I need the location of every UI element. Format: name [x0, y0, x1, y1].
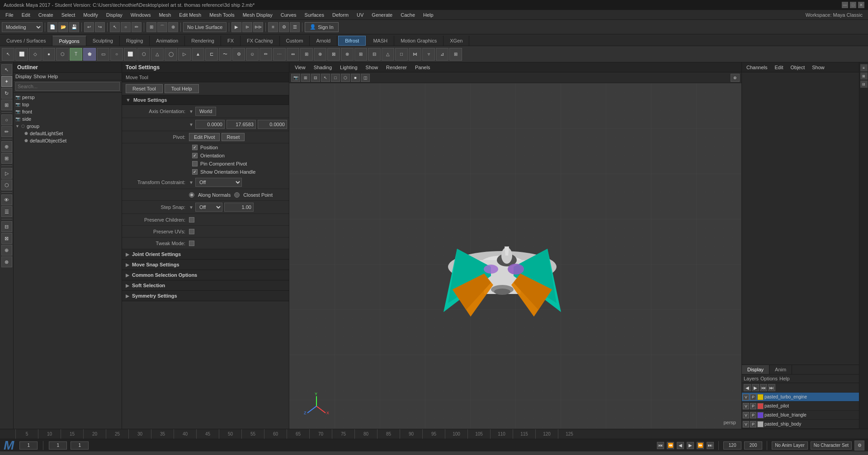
save-scene-btn[interactable]: 💾 [69, 22, 79, 32]
skip-to-end-btn[interactable]: ⏭ [707, 442, 714, 449]
shelf-gear-icon[interactable]: ⚙ [232, 48, 245, 61]
layer-row-blue-triangle[interactable]: V P pasted_blue_triangle [742, 411, 859, 420]
shelf-smooth-icon[interactable]: ⋈ [409, 48, 421, 61]
tab-xgen[interactable]: XGen [443, 36, 469, 46]
layer-row-ship-body[interactable]: V P pasted_ship_body [742, 420, 859, 429]
shelf-box-select-icon[interactable]: ⬜ [15, 48, 28, 61]
extra-btn3[interactable]: ⊕ [1, 245, 12, 256]
shelf-bridge-icon[interactable]: ⊠ [327, 48, 340, 61]
vp-display-btn[interactable]: ⊕ [731, 74, 740, 82]
paint-select-btn[interactable]: ✏ [132, 22, 142, 32]
snap-grid-btn[interactable]: ⊞ [146, 22, 156, 32]
menu-edit[interactable]: Edit [18, 11, 34, 19]
tab-custom[interactable]: Custom [280, 36, 310, 46]
outliner-item-default-object-set[interactable]: ⬟ defaultObjectSet [14, 137, 122, 144]
vp-grid-btn[interactable]: ⊟ [311, 74, 320, 82]
ch-menu-object[interactable]: Object [788, 65, 807, 70]
ch-menu-edit[interactable]: Edit [772, 65, 786, 70]
sign-in-button[interactable]: 👤 Sign In [305, 22, 338, 32]
shelf-cone-icon[interactable]: △ [151, 48, 164, 61]
tab-animation[interactable]: Animation [150, 36, 185, 46]
undo-btn[interactable]: ↩ [84, 22, 94, 32]
vp-smooth-btn[interactable]: ⬡ [341, 74, 350, 82]
shelf-brush-icon[interactable]: ⋯ [273, 48, 286, 61]
outliner-item-default-light-set[interactable]: ⬟ defaultLightSet [14, 130, 122, 137]
layer-p-pilot[interactable]: P [750, 403, 756, 409]
shelf-extrude-icon[interactable]: ⊞ [300, 48, 313, 61]
shelf-pipe-icon[interactable]: ⊏ [205, 48, 218, 61]
move-tool-btn[interactable]: ✦ [1, 76, 12, 87]
shelf-pencil-icon[interactable]: ✏ [259, 48, 272, 61]
soft-selection-section[interactable]: ▶ Soft Selection [122, 280, 289, 291]
menu-cache[interactable]: Cache [397, 11, 419, 19]
extra-btn4[interactable]: ⊗ [1, 256, 12, 267]
frame-start-input[interactable] [49, 441, 67, 450]
render-btn[interactable]: ▶ [231, 22, 241, 32]
select-tool-btn[interactable]: ↖ [1, 64, 12, 75]
batch-render-btn[interactable]: ⊳⊳ [253, 22, 263, 32]
shelf-polygon-icon[interactable]: ⬡ [56, 48, 69, 61]
symmetry-settings-section[interactable]: ▶ Symmetry Settings [122, 291, 289, 301]
right-edge-btn2[interactable]: ⊞ [860, 72, 868, 80]
ch-menu-show[interactable]: Show [809, 65, 827, 70]
layer-v-ship-body[interactable]: V [743, 421, 749, 427]
vp-menu-show[interactable]: Show [362, 64, 382, 71]
vp-camera-btn[interactable]: 📷 [291, 74, 300, 82]
show-hide-btn[interactable]: 👁 [1, 194, 12, 205]
ch-opt-layers[interactable]: Layers [744, 376, 759, 381]
outliner-menu-display[interactable]: Display [15, 74, 32, 79]
layer-nav-fwd-btn[interactable]: ▶ [752, 384, 759, 391]
along-normals-radio[interactable] [189, 192, 194, 198]
shelf-boolean-icon[interactable]: ⊗ [341, 48, 354, 61]
orientation-checkbox[interactable]: ✓ [192, 153, 198, 158]
move-snap-settings-section[interactable]: ▶ Move Snap Settings [122, 260, 289, 270]
menu-help[interactable]: Help [420, 11, 437, 19]
step-snap-value-input[interactable] [224, 203, 254, 212]
menu-mesh[interactable]: Mesh [155, 11, 175, 19]
redo-btn[interactable]: ↪ [95, 22, 105, 32]
play-fwd-btn[interactable]: ▶ [687, 442, 694, 449]
menu-uv[interactable]: UV [353, 11, 367, 19]
modeling-dropdown[interactable]: Modeling [2, 22, 42, 32]
menu-deform[interactable]: Deform [329, 11, 352, 19]
current-frame-input[interactable] [19, 441, 38, 450]
outliner-item-front[interactable]: 📷 front [14, 108, 122, 115]
vp-select-btn[interactable]: ↖ [321, 74, 330, 82]
shelf-uv-layout-icon[interactable]: ⊞ [449, 48, 462, 61]
layer-btn[interactable]: ☰ [1, 206, 12, 217]
frame-sub-input[interactable] [71, 441, 89, 450]
layer-p-blue-triangle[interactable]: P [750, 412, 756, 418]
shelf-sphere-icon[interactable]: ○ [110, 48, 123, 61]
extra-btn1[interactable]: ⊟ [1, 221, 12, 232]
layer-v-pilot[interactable]: V [743, 403, 749, 409]
outliner-item-side[interactable]: 📷 side [14, 115, 122, 123]
shelf-plane-icon[interactable]: ▭ [97, 48, 109, 61]
shelf-bevel-icon[interactable]: ⊕ [314, 48, 326, 61]
layer-nav-back-btn[interactable]: ◀ [744, 384, 751, 391]
vp-menu-lighting[interactable]: Lighting [336, 64, 361, 71]
tab-fx[interactable]: FX [221, 36, 241, 46]
shelf-text-icon[interactable]: T [70, 48, 82, 61]
tab-polygons[interactable]: Polygons [52, 36, 86, 46]
tab-bifrost[interactable]: Bifrost [338, 36, 366, 46]
menu-create[interactable]: Create [35, 11, 57, 19]
snap-obj-btn[interactable]: ⊕ [1, 141, 12, 152]
minimize-button[interactable]: — [842, 2, 848, 8]
menu-modify[interactable]: Modify [80, 11, 101, 19]
tweak-mode-checkbox[interactable] [189, 241, 194, 246]
shelf-face-icon[interactable]: ☺ [246, 48, 259, 61]
menu-generate[interactable]: Generate [368, 11, 396, 19]
snap-point-btn[interactable]: ⊕ [168, 22, 178, 32]
tab-arnold[interactable]: Arnold [310, 36, 337, 46]
shelf-combine-icon[interactable]: ⊞ [354, 48, 367, 61]
right-edge-btn3[interactable]: ⊟ [860, 81, 868, 88]
render-seq-btn[interactable]: ⊳ [242, 22, 252, 32]
outliner-item-group[interactable]: ▼ ⬡ group [14, 123, 122, 130]
shelf-select-icon[interactable]: ↖ [2, 48, 14, 61]
viewport-canvas[interactable]: X Y Z persp [289, 83, 741, 429]
shelf-separate-icon[interactable]: ⊟ [368, 48, 381, 61]
step-back-btn[interactable]: ⏪ [667, 442, 674, 449]
shelf-mirror-icon[interactable]: ⇔ [287, 48, 299, 61]
shelf-cylinder-icon[interactable]: ⬡ [137, 48, 150, 61]
edit-pivot-button[interactable]: Edit Pivot [189, 133, 220, 141]
